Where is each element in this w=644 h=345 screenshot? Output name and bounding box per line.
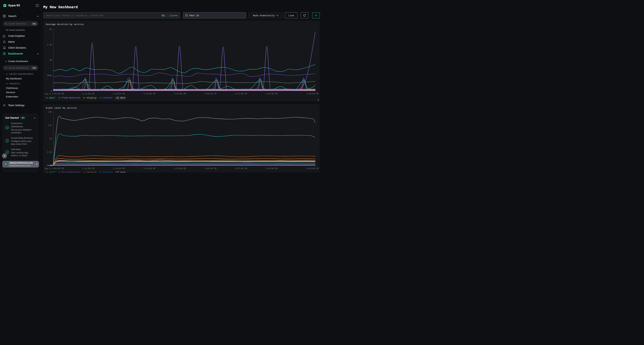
granularity-select[interactable]: Auto Granularity [248,12,283,18]
sidebar-item-preset-services[interactable]: Services [0,90,41,94]
legend-label: fraud-detection [62,96,80,99]
gear-icon [3,104,6,107]
legend-label: fraud-detection [62,171,80,173]
legend-item[interactable]: email [46,96,56,99]
check-circle-icon [5,126,9,130]
time-range-picker[interactable]: Past 1h [183,12,246,18]
svg-text:7K: 7K [49,138,52,140]
dashboard-link-label: My Dashboard [6,77,22,80]
svg-text:0: 0 [50,164,52,167]
svg-text:3:54:00 PM: 3:54:00 PM [266,93,278,95]
event-count-chart[interactable]: 14K11K7K3.5K0Aug 4 3:04:00 PM3:12:00 PM3… [43,104,320,172]
sidebar-section-search[interactable]: Search [3,14,39,18]
search-icon [5,22,7,25]
get-started-item-sources[interactable]: Create Data Sources Configure where your… [5,136,36,145]
get-started-item-add-data[interactable]: Add Data Start sending logs, metrics, or… [5,148,36,157]
search-section-icon [3,15,6,17]
sidebar-item-preset-kubernetes[interactable]: Kubernetes [0,94,41,99]
sidebar-item-label: Client Sessions [8,46,26,49]
legend-item[interactable]: checkout [99,171,112,173]
sidebar-item-my-dashboard[interactable]: My Dashboard [0,76,41,81]
presets-section-toggle[interactable]: PRESETS [6,82,20,85]
svg-text:4:04:00 PM: 4:04:00 PM [306,167,318,170]
user-email: dale@clickhouse.com [10,162,33,164]
time-range-value: Past 1h [190,14,199,17]
hyperdx-logo-icon [3,3,7,7]
saved-searches-placeholder: Saved Searches [8,22,30,25]
legend-swatch [46,98,48,98]
sidebar-item-preset-clickhouse[interactable]: ClickHouse [0,86,41,90]
svg-text:3:40:00 PM: 3:40:00 PM [204,167,216,170]
svg-text:3.5K: 3.5K [47,151,52,153]
sidebar-collapse-icon[interactable] [36,4,39,7]
legend-item[interactable]: fraud-detection [58,171,80,173]
saved-dashboards-placeholder: Saved Dashboards [8,67,30,69]
lucene-mode-button[interactable]: Lucene [170,14,178,17]
get-started-item-connect[interactable]: Connect to ClickHouse Set up your databa… [5,122,36,134]
run-query-button[interactable] [312,12,320,18]
sql-mode-button[interactable]: SQL [161,14,166,17]
sidebar-item-alerts[interactable]: Alerts [0,39,41,45]
svg-text:3:19:00 PM: 3:19:00 PM [113,93,125,95]
legend-more-link[interactable]: +12 more [116,96,125,99]
user-team: dale@clickhouse.com's [10,164,33,167]
dashboard-grid-icon [3,52,6,55]
event-search-placeholder: Search your events w/ Lucene ex. column:… [46,14,161,17]
user-menu[interactable]: D dale@clickhouse.com dale@clickhouse.co… [2,161,39,167]
shortcut-badge: ⌘K [32,22,37,25]
app-title: HyperDX [8,4,20,7]
chevron-up-icon[interactable] [37,15,39,17]
svg-text:3:19:00 PM: 3:19:00 PM [113,167,125,170]
legend-item[interactable]: checkout [99,96,112,99]
legend-swatch [99,98,102,98]
saved-searches-input[interactable]: Saved Searches ⌘K [3,21,38,26]
legend-more-link[interactable]: +12 more [116,171,125,172]
avatar: D [4,162,8,167]
saved-dashboards-section-toggle[interactable]: SAVED DASHBOARDS [6,73,34,75]
avg-duration-chart[interactable]: 2M1.5M1M500K0Aug 4 3:04:00 PM3:12:00 PM3… [43,20,320,101]
svg-text:3:26:00 PM: 3:26:00 PM [144,167,156,170]
sidebar-item-chart-explorer[interactable]: Chart Explorer [0,33,41,39]
svg-text:500K: 500K [47,74,52,77]
chevron-up-icon[interactable] [34,116,36,119]
sidebar-item-team-settings[interactable]: Team Settings [3,103,39,107]
legend-item[interactable]: email [46,171,56,173]
panel-resize-handle[interactable] [318,99,319,100]
no-saved-searches-note: No saved searches [6,29,25,31]
legend-label: checkout [103,171,112,173]
page-title: My New Dashboard [43,5,78,9]
calendar-icon [185,14,188,17]
presets-section-label: PRESETS [9,83,20,85]
create-dashboard-label: Create Dashboard [8,60,28,62]
preset-link-label: Services [6,91,15,94]
legend-item[interactable]: shipping [83,171,96,173]
saved-dashboards-input[interactable]: Saved Dashboards ⌘K [3,65,38,70]
chart-panel-event-count: Event count by service 14K11K7K3.5K0Aug … [43,104,320,172]
refresh-button[interactable] [300,12,308,18]
sidebar-item-client-sessions[interactable]: Client Sessions [0,45,41,50]
svg-text:3:47:00 PM: 3:47:00 PM [235,167,247,170]
legend-swatch [99,172,102,173]
get-started-item-title: Add Data [11,148,34,151]
get-started-header[interactable]: Get Started 3/3 [5,116,36,119]
legend-label: checkout [103,96,112,99]
svg-text:3:33:00 PM: 3:33:00 PM [174,93,186,95]
plus-icon: + [5,60,7,62]
legend-item[interactable]: shipping [83,96,96,99]
legend-label: shipping [86,171,96,173]
search-icon [5,67,7,69]
legend-item[interactable]: fraud-detection [58,96,80,99]
help-button[interactable]: ? [2,153,7,158]
get-started-item-title: Create Data Sources [11,136,34,140]
shortcut-badge: ⌘K [32,66,37,69]
chevron-down-icon [276,15,278,16]
svg-text:3:54:00 PM: 3:54:00 PM [266,167,278,170]
create-dashboard-button[interactable]: + Create Dashboard [0,59,41,63]
live-button[interactable]: Live [285,12,298,18]
svg-text:Aug 4 3:04:00 PM: Aug 4 3:04:00 PM [45,167,64,170]
sidebar-item-dashboards[interactable]: Dashboards [0,50,41,56]
search-section-label: Search [8,15,16,17]
preset-link-label: Kubernetes [6,95,18,98]
chevron-up-icon[interactable] [37,52,39,55]
event-search-input[interactable]: Search your events w/ Lucene ex. column:… [43,12,180,18]
